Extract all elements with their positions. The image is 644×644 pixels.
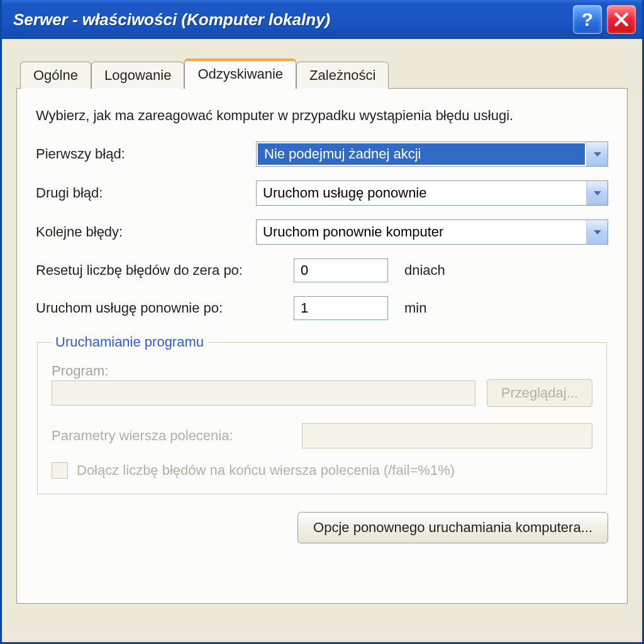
svg-marker-2 xyxy=(594,152,601,157)
command-params-label: Parametry wiersza polecenia: xyxy=(52,428,291,444)
tab-panel-recovery: Wybierz, jak ma zareagować komputer w pr… xyxy=(16,88,628,604)
command-params-input xyxy=(302,423,592,448)
run-program-legend: Uruchamianie programu xyxy=(52,334,208,350)
titlebar[interactable]: Serwer - właściwości (Komputer lokalny) … xyxy=(2,0,642,39)
close-button[interactable] xyxy=(607,5,636,34)
append-fail-count-checkbox xyxy=(52,462,68,479)
subsequent-failures-combo[interactable]: Uruchom ponownie komputer xyxy=(256,219,608,245)
restart-options-button[interactable]: Opcje ponownego uruchamiania komputera..… xyxy=(297,512,608,543)
help-button[interactable]: ? xyxy=(573,5,602,34)
restart-after-unit: min xyxy=(404,300,426,316)
tab-dependencies[interactable]: Zależności xyxy=(296,62,389,89)
svg-marker-4 xyxy=(594,230,601,235)
chevron-down-icon xyxy=(592,189,602,197)
run-program-group: Uruchamianie programu Program: Przegląda… xyxy=(37,334,607,494)
chevron-down-icon xyxy=(592,228,602,236)
recovery-description: Wybierz, jak ma zareagować komputer w pr… xyxy=(36,108,608,124)
tab-recovery[interactable]: Odzyskiwanie xyxy=(184,58,296,89)
properties-dialog: Serwer - właściwości (Komputer lokalny) … xyxy=(0,0,644,644)
svg-marker-3 xyxy=(594,191,601,196)
first-failure-combo[interactable]: Nie podejmuj żadnej akcji xyxy=(256,142,608,167)
tab-logon[interactable]: Logowanie xyxy=(91,62,184,89)
restart-after-input[interactable] xyxy=(294,296,388,320)
program-label: Program: xyxy=(52,363,592,379)
reset-count-input[interactable] xyxy=(294,258,388,282)
chevron-down-icon xyxy=(592,150,602,158)
append-fail-count-label: Dołącz liczbę błędów na końcu wiersza po… xyxy=(77,462,455,479)
second-failure-dropdown-button[interactable] xyxy=(586,181,608,205)
close-icon xyxy=(613,11,630,28)
client-area: Ogólne Logowanie Odzyskiwanie Zależności… xyxy=(4,39,640,640)
window-title: Serwer - właściwości (Komputer lokalny) xyxy=(13,10,568,30)
second-failure-label: Drugi błąd: xyxy=(36,185,256,201)
question-icon: ? xyxy=(582,9,593,30)
browse-button: Przeglądaj... xyxy=(487,379,592,407)
subsequent-failures-label: Kolejne błędy: xyxy=(36,224,256,240)
first-failure-value: Nie podejmuj żadnej akcji xyxy=(258,143,585,165)
restart-after-label: Uruchom usługę ponownie po: xyxy=(36,300,294,316)
reset-count-unit: dniach xyxy=(404,262,445,279)
subsequent-failures-value: Uruchom ponownie komputer xyxy=(257,220,586,244)
tab-general[interactable]: Ogólne xyxy=(20,62,91,89)
second-failure-value: Uruchom usługę ponownie xyxy=(257,181,586,205)
first-failure-dropdown-button[interactable] xyxy=(586,142,608,166)
program-path-input xyxy=(52,380,475,406)
tabstrip: Ogólne Logowanie Odzyskiwanie Zależności xyxy=(20,58,628,88)
first-failure-label: Pierwszy błąd: xyxy=(36,146,256,162)
reset-count-label: Resetuj liczbę błędów do zera po: xyxy=(36,262,294,279)
second-failure-combo[interactable]: Uruchom usługę ponownie xyxy=(256,180,608,206)
subsequent-failures-dropdown-button[interactable] xyxy=(586,220,608,244)
